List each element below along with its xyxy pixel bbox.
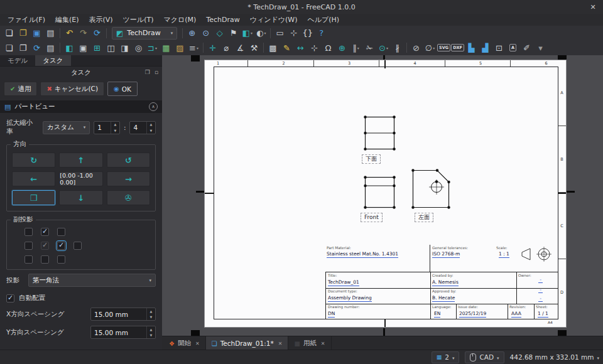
centerlines-icon[interactable]: ∥▾ (349, 41, 362, 54)
secondary-projection-checkbox-2-4[interactable] (73, 242, 82, 250)
insert-default-page-icon[interactable]: ❏ (3, 41, 16, 54)
export-svg-icon[interactable]: SVG (437, 41, 450, 54)
detail-view-icon[interactable]: ◎ (132, 41, 145, 54)
view-left[interactable] (411, 169, 450, 209)
annotation-icon[interactable]: A (506, 41, 519, 54)
created-by-value[interactable]: A. Nemesis (432, 280, 459, 286)
axonometric-view-icon[interactable]: ◇ (213, 27, 226, 40)
axonometric-direction-button[interactable]: ❒ (12, 190, 55, 205)
complex-section-icon[interactable]: ◨ (118, 41, 131, 54)
section-view-icon[interactable]: ◫ (104, 41, 117, 54)
drawing-number-value[interactable]: DN (328, 311, 335, 318)
float-panel-icon[interactable] (145, 69, 150, 75)
draft-line-icon[interactable]: ✐ (520, 41, 533, 54)
center-mark-icon[interactable]: ⊕ (335, 41, 349, 54)
document-type-value[interactable]: Assembly Drawing (328, 296, 372, 302)
angle-tool-icon[interactable]: ∡ (234, 41, 247, 54)
auto-distribute-checkbox[interactable] (6, 294, 14, 302)
view-bottom-label[interactable]: 下面 (362, 154, 381, 164)
face-center-line-icon[interactable]: ⊙▾ (377, 41, 390, 54)
cosmetic-line-icon[interactable]: ✎ (280, 41, 293, 54)
insert-view-icon[interactable]: ◧ (63, 41, 76, 54)
secondary-projection-checkbox-1-2[interactable] (41, 228, 49, 236)
secondary-projection-checkbox-2-1[interactable] (24, 242, 33, 250)
projection-select[interactable]: 第一角法 (28, 274, 156, 287)
diameter-tool-dropdown-arrow-icon[interactable]: ▾ (433, 46, 435, 50)
screen-view-icon[interactable]: ⊡ (492, 41, 506, 54)
tab-start[interactable]: ❖開始✕ (163, 336, 206, 350)
clip-group-icon[interactable]: ⊐▾ (146, 41, 159, 54)
x-spacing-spinner[interactable]: 15.00 mm (90, 308, 156, 321)
tab-page-close-icon[interactable]: ✕ (321, 341, 325, 346)
print-all-pages-icon[interactable]: ▤ (44, 41, 57, 54)
revision-value[interactable]: AAA (511, 311, 521, 318)
new-document-icon[interactable]: ❏ (3, 27, 16, 40)
secondary-projection-checkbox-3-3[interactable] (57, 255, 65, 264)
insert-page-template-icon[interactable]: ❐ (16, 41, 30, 54)
view-stack-icon[interactable]: ≡▾ (187, 41, 200, 54)
clip-group-dropdown-arrow-icon[interactable]: ▾ (155, 46, 157, 50)
print-document-icon[interactable]: ▤ (44, 27, 57, 40)
issue-date-value[interactable]: 2025/12/19 (459, 311, 486, 318)
stats-view-1-icon[interactable]: ▙ (465, 41, 478, 54)
edit-placement-icon[interactable]: ⊹ (287, 27, 300, 40)
diameter-tool-icon[interactable]: ∅▾ (423, 41, 437, 54)
menu-item-4[interactable]: ツール(T) (118, 14, 159, 26)
cancel-button[interactable]: ✖ キャンセル(C) (40, 82, 104, 96)
zoom-fit-icon[interactable]: ⊙ (199, 27, 212, 40)
direction-right-button[interactable]: → (107, 171, 150, 186)
fit-selection-icon[interactable]: ⚑ (227, 27, 240, 40)
tab-start-close-icon[interactable]: ✕ (195, 341, 200, 346)
menu-item-7[interactable]: ウィンドウ(W) (245, 14, 303, 26)
draw-style-icon[interactable]: ◐▾ (254, 27, 268, 40)
secondary-projection-checkbox-3-2[interactable] (41, 255, 49, 264)
standard-views-dropdown-arrow-icon[interactable]: ▾ (251, 31, 253, 35)
view-stack-dropdown-arrow-icon[interactable]: ▾ (197, 46, 198, 50)
ok-button[interactable]: ◉ OK (107, 82, 138, 96)
menu-item-6[interactable]: TechDraw (201, 14, 244, 26)
scale-numerator-spinner[interactable]: 1 (94, 121, 120, 134)
save-document-icon[interactable]: ▣ (30, 27, 43, 40)
magnify-detail-icon[interactable]: ⌀ (220, 41, 233, 54)
dock-panel-icon[interactable] (155, 69, 158, 75)
export-dxf-icon[interactable]: DXF (451, 41, 464, 54)
tab-model[interactable]: モデル (0, 55, 35, 66)
tab-tasks[interactable]: タスク (35, 55, 70, 66)
owner-field-placeholder[interactable]: - (538, 277, 543, 283)
owner-field-placeholder[interactable]: - (538, 287, 543, 293)
owner-field-placeholder[interactable]: - (538, 296, 543, 302)
general-tolerances-value[interactable]: ISO 2768-m (432, 252, 460, 258)
surface-finish-icon[interactable]: Ω (322, 41, 335, 54)
secondary-projection-checkbox-3-1[interactable] (24, 255, 33, 264)
scale-mode-select[interactable]: カスタム (43, 121, 90, 134)
page-dimensions[interactable]: 442.68 mm x 332.01 mm (510, 353, 599, 361)
stats-view-2-icon[interactable]: ▟ (479, 41, 492, 54)
window-close-icon[interactable]: ✕ (588, 2, 598, 12)
collapse-section-icon[interactable] (149, 102, 158, 111)
tab-techdraw-document-close-icon[interactable]: ✕ (278, 341, 283, 346)
scale-field-value[interactable]: 1 : 1 (499, 252, 509, 258)
toolbar-overflow-icon[interactable]: ▾ (534, 41, 547, 54)
hatch-region-icon[interactable]: ▩ (266, 41, 280, 54)
grid-size-select[interactable]: ▦ 2 (432, 351, 460, 363)
bounding-box-icon[interactable]: ▭ (273, 27, 286, 40)
menu-item-1[interactable]: ファイル(F) (3, 14, 50, 26)
scale-denominator-spinner[interactable]: 4 (129, 121, 156, 134)
projection-group-icon[interactable]: ⊞ (90, 41, 104, 54)
tab-techdraw-document[interactable]: ❏TechDraw_01:1*✕ (206, 336, 289, 350)
approved-by-value[interactable]: B. Hecate (432, 296, 455, 302)
drawing-canvas[interactable]: 123456 ABCD 下面 (162, 55, 603, 336)
y-spacing-spinner[interactable]: 15.00 mm (90, 326, 156, 339)
standard-views-icon[interactable]: ◧▾ (241, 27, 254, 40)
cosmetic-vertex-icon[interactable]: ✛ (206, 41, 219, 54)
secondary-projection-checkbox-1-3[interactable] (57, 228, 65, 236)
redraw-page-icon[interactable]: ⟳ (30, 41, 43, 54)
redo-icon[interactable]: ↷ (77, 27, 90, 40)
view-bottom[interactable] (364, 115, 396, 151)
menu-item-5[interactable]: マクロ(M) (158, 14, 201, 26)
workbench-selector[interactable]: ◩ TechDraw (112, 27, 177, 40)
cosmetic-eraser-icon[interactable]: ✁ (363, 41, 376, 54)
part-material-value[interactable]: Stainless steel Mat.No. 1.4301 (327, 252, 398, 258)
rotate-clockwise-button[interactable]: ↻ (12, 153, 55, 168)
language-value[interactable]: EN (434, 311, 440, 318)
